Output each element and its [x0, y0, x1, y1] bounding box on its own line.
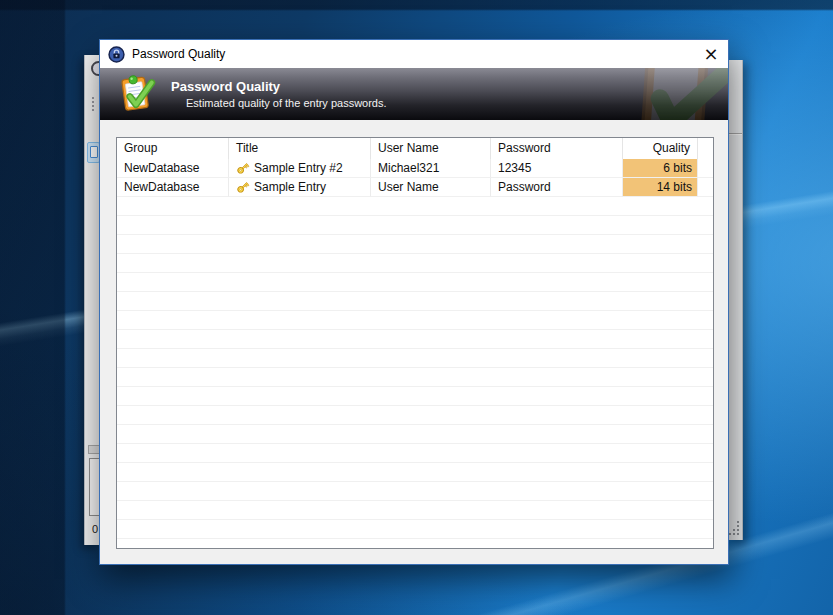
- background-window-left-edge: 0: [84, 55, 100, 545]
- entry-title: Sample Entry: [254, 178, 326, 196]
- key-icon: [236, 180, 250, 194]
- cell-quality: 6 bits: [623, 159, 698, 178]
- resize-grip-icon[interactable]: [737, 533, 739, 535]
- cell-title: Sample Entry #2: [229, 159, 371, 178]
- cell-password: Password: [491, 178, 623, 197]
- column-header-spacer: [698, 138, 713, 159]
- desktop-wallpaper: 0 Password Quality ×: [0, 0, 833, 615]
- column-header-group[interactable]: Group: [117, 138, 229, 159]
- table-header: Group Title User Name Password Quality: [117, 138, 713, 159]
- dialog-title: Password Quality: [132, 47, 225, 61]
- banner-title: Password Quality: [171, 79, 387, 94]
- cell-group: NewDatabase: [117, 159, 229, 178]
- cell-spacer: [698, 159, 713, 178]
- table-body: NewDatabase Sample Entry #2: [117, 159, 713, 548]
- banner-watermark-icon: [612, 68, 728, 120]
- cell-spacer: [698, 178, 713, 197]
- cell-title: Sample Entry: [229, 178, 371, 197]
- password-quality-dialog: Password Quality × Password Quality Esti…: [99, 39, 729, 565]
- close-button[interactable]: ×: [694, 40, 728, 68]
- password-quality-table: Group Title User Name Password Quality N…: [116, 137, 714, 549]
- dialog-titlebar[interactable]: Password Quality ×: [100, 40, 728, 68]
- column-header-password[interactable]: Password: [491, 138, 623, 159]
- keepass-lock-icon: [108, 46, 125, 63]
- key-icon: [236, 161, 250, 175]
- table-row[interactable]: NewDatabase Sample Entry: [117, 178, 713, 197]
- banner-subtitle: Estimated quality of the entry passwords…: [186, 97, 387, 109]
- entry-title: Sample Entry #2: [254, 159, 343, 177]
- statusbar-count: 0: [92, 523, 98, 535]
- cell-password: 12345: [491, 159, 623, 178]
- clipboard-check-icon: [115, 73, 157, 115]
- table-row[interactable]: NewDatabase Sample Entry #2: [117, 159, 713, 178]
- cell-username: Michael321: [371, 159, 491, 178]
- column-header-title[interactable]: Title: [229, 138, 371, 159]
- background-window-right-edge: [729, 60, 743, 540]
- dialog-banner: Password Quality Estimated quality of th…: [100, 68, 728, 120]
- column-header-quality[interactable]: Quality: [623, 138, 698, 159]
- cell-quality: 14 bits: [623, 178, 698, 197]
- cell-username: User Name: [371, 178, 491, 197]
- scrollbar-divider: [729, 133, 742, 135]
- cell-group: NewDatabase: [117, 178, 229, 197]
- document-icon: [90, 146, 98, 158]
- toolbar-grip-icon: [92, 97, 94, 99]
- column-header-username[interactable]: User Name: [371, 138, 491, 159]
